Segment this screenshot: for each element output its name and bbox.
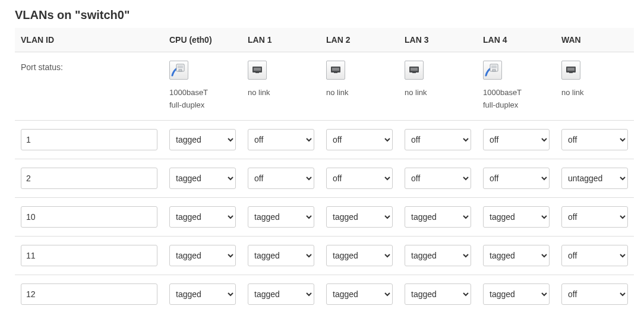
- port-status-cell-lan3: no link: [399, 52, 477, 121]
- vlan-mode-select-cpu[interactable]: offtaggeduntagged: [169, 283, 236, 305]
- vlan-id-cell: [15, 197, 163, 236]
- vlan-mode-cell: offtaggeduntagged: [320, 275, 399, 312]
- svg-rect-7: [332, 68, 339, 71]
- svg-rect-1: [178, 65, 183, 68]
- col-header-lan3: LAN 3: [399, 28, 477, 52]
- vlan-mode-cell: offtaggeduntagged: [555, 120, 634, 159]
- vlan-mode-select-lan1[interactable]: offtaggeduntagged: [248, 283, 314, 305]
- svg-rect-4: [254, 68, 261, 71]
- port-status-cell-lan4: 1000baseTfull-duplex: [477, 52, 555, 121]
- vlan-mode-select-cpu[interactable]: offtaggeduntagged: [169, 168, 236, 189]
- vlan-mode-cell: offtaggeduntagged: [320, 120, 399, 159]
- svg-rect-8: [334, 71, 337, 73]
- ethernet-empty-icon: [561, 61, 580, 80]
- vlan-mode-cell: offtaggeduntagged: [320, 197, 399, 236]
- vlan-mode-cell: offtaggeduntagged: [399, 236, 477, 275]
- vlan-mode-cell: offtaggeduntagged: [399, 159, 477, 197]
- port-status-text: no link: [326, 87, 393, 99]
- vlan-id-input[interactable]: [21, 129, 157, 150]
- vlan-mode-cell: offtaggeduntagged: [555, 197, 634, 236]
- vlan-mode-select-wan[interactable]: offtaggeduntagged: [561, 283, 628, 305]
- vlan-row: offtaggeduntaggedofftaggeduntaggedofftag…: [15, 120, 634, 159]
- vlan-mode-cell: offtaggeduntagged: [242, 275, 320, 312]
- vlan-mode-cell: offtaggeduntagged: [163, 236, 242, 275]
- vlan-mode-select-lan2[interactable]: offtaggeduntagged: [326, 206, 393, 228]
- ethernet-empty-icon: [405, 61, 424, 80]
- page-title: VLANs on "switch0": [15, 8, 629, 22]
- port-status-text: 1000baseT: [483, 87, 550, 99]
- port-status-text: no link: [561, 87, 628, 99]
- vlan-mode-select-lan4[interactable]: offtaggeduntagged: [483, 129, 550, 150]
- vlan-id-cell: [15, 159, 163, 197]
- vlan-mode-select-wan[interactable]: offtaggeduntagged: [561, 129, 628, 150]
- vlan-mode-select-lan1[interactable]: offtaggeduntagged: [248, 129, 314, 150]
- vlan-id-cell: [15, 275, 163, 312]
- vlan-mode-cell: offtaggeduntagged: [477, 159, 555, 197]
- vlan-mode-select-lan1[interactable]: offtaggeduntagged: [248, 168, 314, 189]
- vlan-mode-select-lan3[interactable]: offtaggeduntagged: [405, 206, 471, 228]
- vlan-mode-select-lan2[interactable]: offtaggeduntagged: [326, 129, 393, 150]
- vlan-mode-cell: offtaggeduntagged: [242, 236, 320, 275]
- vlan-mode-cell: offtaggeduntagged: [320, 236, 399, 275]
- vlan-table: VLAN ID CPU (eth0)LAN 1LAN 2LAN 3LAN 4WA…: [15, 28, 634, 312]
- vlan-id-input[interactable]: [21, 245, 157, 266]
- vlan-mode-select-cpu[interactable]: offtaggeduntagged: [169, 129, 236, 150]
- vlan-mode-cell: offtaggeduntagged: [242, 197, 320, 236]
- vlan-row: offtaggeduntaggedofftaggeduntaggedofftag…: [15, 197, 634, 236]
- vlan-mode-select-wan[interactable]: offtaggeduntagged: [561, 245, 628, 266]
- vlan-mode-select-lan1[interactable]: offtaggeduntagged: [248, 206, 314, 228]
- vlan-mode-select-lan4[interactable]: offtaggeduntagged: [483, 206, 550, 228]
- ethernet-connected-icon: [169, 61, 188, 80]
- svg-rect-5: [255, 71, 259, 73]
- vlan-mode-select-lan2[interactable]: offtaggeduntagged: [326, 283, 393, 305]
- vlan-mode-select-lan4[interactable]: offtaggeduntagged: [483, 168, 550, 189]
- port-status-cell-lan2: no link: [320, 52, 399, 121]
- vlan-mode-select-lan3[interactable]: offtaggeduntagged: [405, 168, 471, 189]
- table-header-row: VLAN ID CPU (eth0)LAN 1LAN 2LAN 3LAN 4WA…: [15, 28, 634, 52]
- svg-rect-16: [567, 68, 574, 71]
- vlan-mode-cell: offtaggeduntagged: [242, 120, 320, 159]
- vlan-mode-select-lan3[interactable]: offtaggeduntagged: [405, 245, 471, 266]
- ethernet-connected-icon: [483, 61, 502, 80]
- col-header-vlan-id: VLAN ID: [15, 28, 163, 52]
- vlan-id-input[interactable]: [21, 283, 157, 305]
- vlan-id-input[interactable]: [21, 168, 157, 189]
- vlan-mode-cell: offtaggeduntagged: [477, 120, 555, 159]
- port-status-cell-lan1: no link: [242, 52, 320, 121]
- col-header-lan2: LAN 2: [320, 28, 399, 52]
- port-status-cell-wan: no link: [555, 52, 634, 121]
- vlan-mode-select-lan3[interactable]: offtaggeduntagged: [405, 283, 471, 305]
- vlan-mode-select-lan4[interactable]: offtaggeduntagged: [483, 283, 550, 305]
- vlan-mode-select-cpu[interactable]: offtaggeduntagged: [169, 245, 236, 266]
- vlan-mode-select-wan[interactable]: offtaggeduntagged: [561, 206, 628, 228]
- vlan-id-cell: [15, 120, 163, 159]
- svg-rect-2: [179, 70, 182, 71]
- svg-rect-10: [411, 68, 418, 71]
- ethernet-empty-icon: [248, 61, 267, 80]
- vlan-row: offtaggeduntaggedofftaggeduntaggedofftag…: [15, 275, 634, 312]
- vlan-id-input[interactable]: [21, 206, 157, 228]
- vlan-mode-select-cpu[interactable]: offtaggeduntagged: [169, 206, 236, 228]
- vlan-mode-select-lan1[interactable]: offtaggeduntagged: [248, 245, 314, 266]
- vlan-mode-cell: offtaggeduntagged: [163, 120, 242, 159]
- vlan-id-cell: [15, 236, 163, 275]
- col-header-lan4: LAN 4: [477, 28, 555, 52]
- vlan-row: offtaggeduntaggedofftaggeduntaggedofftag…: [15, 236, 634, 275]
- port-status-text: full-duplex: [483, 99, 550, 112]
- vlan-mode-select-lan4[interactable]: offtaggeduntagged: [483, 245, 550, 266]
- col-header-cpu: CPU (eth0): [163, 28, 242, 52]
- svg-rect-13: [491, 65, 497, 68]
- vlan-mode-cell: offtaggeduntagged: [399, 197, 477, 236]
- vlan-mode-select-lan2[interactable]: offtaggeduntagged: [326, 245, 393, 266]
- vlan-mode-select-lan3[interactable]: offtaggeduntagged: [405, 129, 471, 150]
- port-status-cell-cpu: 1000baseTfull-duplex: [163, 52, 242, 121]
- vlan-mode-cell: offtaggeduntagged: [399, 120, 477, 159]
- vlan-mode-select-lan2[interactable]: offtaggeduntagged: [326, 168, 393, 189]
- vlan-mode-cell: offtaggeduntagged: [320, 159, 399, 197]
- vlan-mode-cell: offtaggeduntagged: [163, 159, 242, 197]
- svg-rect-11: [412, 71, 416, 73]
- vlan-mode-cell: offtaggeduntagged: [477, 236, 555, 275]
- vlan-mode-select-wan[interactable]: offtaggeduntagged: [561, 168, 628, 189]
- port-status-text: 1000baseT: [169, 87, 236, 99]
- vlan-row: offtaggeduntaggedofftaggeduntaggedofftag…: [15, 159, 634, 197]
